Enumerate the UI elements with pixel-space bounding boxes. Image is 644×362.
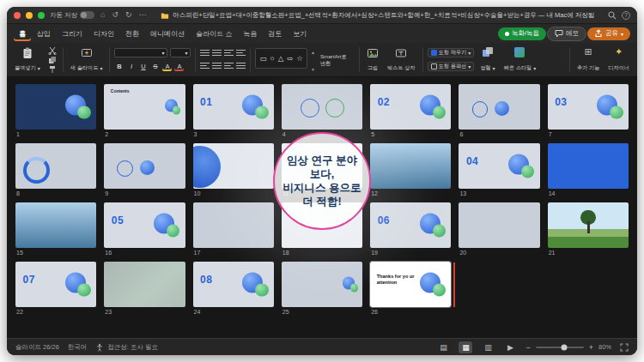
tab-7[interactable]: 녹음 xyxy=(238,26,262,41)
shape-circle-icon[interactable]: ○ xyxy=(270,54,274,63)
zoom-slider[interactable] xyxy=(536,347,584,348)
comments-button[interactable]: 메모 xyxy=(547,27,586,41)
slide-thumbnail[interactable] xyxy=(370,143,451,189)
slide-number: 19 xyxy=(371,250,451,256)
slide-thumbnail[interactable] xyxy=(548,143,629,189)
folder-icon xyxy=(161,11,169,20)
accessibility-icon xyxy=(95,343,104,352)
tab-3[interactable]: 디자인 xyxy=(88,26,119,41)
redo-icon[interactable]: ↻ xyxy=(125,11,133,19)
slide-thumbnail[interactable]: 02 xyxy=(370,84,451,130)
decrease-indent-button[interactable] xyxy=(224,50,234,57)
zoom-out-button[interactable]: − xyxy=(526,343,530,352)
new-slide-button[interactable]: 새 슬라이드▾ xyxy=(68,45,106,74)
slide-thumbnail[interactable] xyxy=(15,84,96,130)
justify-button[interactable] xyxy=(236,63,246,69)
increase-indent-button[interactable] xyxy=(236,50,246,57)
tab-5[interactable]: 애니메이션 xyxy=(145,26,190,41)
slide-thumbnail[interactable] xyxy=(459,84,539,130)
search-icon[interactable] xyxy=(608,11,617,20)
font-size-select[interactable]: ▾ xyxy=(170,48,191,57)
bullet-list-button[interactable] xyxy=(200,50,210,57)
font-name-select[interactable]: ▾ xyxy=(114,48,167,57)
slide-thumbnail[interactable]: 05 xyxy=(104,202,185,248)
quick-styles-button[interactable]: 빠른 스타일▾ xyxy=(501,45,539,74)
slide-thumbnail[interactable] xyxy=(15,143,96,189)
shape-outline-button[interactable]: 도형 윤곽선 ▾ xyxy=(428,62,475,71)
share-button[interactable]: 공유 ▾ xyxy=(587,27,630,40)
more-commands-icon[interactable]: ⋯ xyxy=(138,11,148,19)
smartart-convert-button[interactable]: SmartArt로 변환 xyxy=(319,45,355,74)
slide-thumbnail[interactable] xyxy=(548,202,629,248)
undo-icon[interactable]: ↺ xyxy=(112,11,120,19)
close-window-button[interactable] xyxy=(14,12,21,19)
notes-view-button[interactable]: ▥ xyxy=(481,341,495,353)
tab-0[interactable]: 홈 xyxy=(14,26,31,41)
copy-button[interactable] xyxy=(46,56,58,64)
paste-button[interactable]: 붙여넣기▾ xyxy=(12,45,43,74)
shape-arrow-icon[interactable]: ⇨ xyxy=(287,54,293,63)
gallery-up-icon[interactable]: ▲ xyxy=(311,50,315,55)
callout-line: 임상 연구 분야 xyxy=(287,154,357,167)
language-indicator[interactable]: 한국어 xyxy=(68,343,88,352)
designer-button[interactable]: ✦ 디자이너 xyxy=(605,45,632,74)
tab-8[interactable]: 검토 xyxy=(263,26,287,41)
shape-star-icon[interactable]: ☆ xyxy=(296,54,303,63)
autosave-toggle[interactable] xyxy=(80,11,94,19)
help-icon[interactable]: ? xyxy=(622,11,630,20)
slide-thumbnail[interactable]: 08 xyxy=(193,262,274,307)
bold-button[interactable]: B xyxy=(114,62,124,71)
zoom-slider-knob[interactable] xyxy=(562,344,568,350)
tab-2[interactable]: 그리기 xyxy=(57,26,88,41)
align-left-button[interactable] xyxy=(200,63,210,69)
slide-thumbnail[interactable]: Thanks for yo ur attention xyxy=(370,262,451,307)
addins-button[interactable]: ⊞ 추가 기능 xyxy=(574,45,602,74)
slide-thumbnail[interactable]: 01 xyxy=(193,84,274,130)
slide-thumbnail[interactable]: 04 xyxy=(459,143,539,189)
align-center-button[interactable] xyxy=(212,63,222,69)
shape-triangle-icon[interactable]: △ xyxy=(278,54,284,63)
normal-view-button[interactable]: ▤ xyxy=(436,341,450,353)
picture-button[interactable]: 그림 xyxy=(364,45,381,74)
slide-thumbnail[interactable] xyxy=(459,202,539,248)
italic-button[interactable]: I xyxy=(126,62,136,71)
tab-9[interactable]: 보기 xyxy=(288,26,312,41)
slideshow-button[interactable]: ▶ xyxy=(503,341,517,353)
zoom-in-button[interactable]: + xyxy=(589,343,593,352)
text-box-button[interactable]: 텍스트 상자 xyxy=(385,45,418,74)
slide-thumbnail[interactable] xyxy=(282,84,362,130)
align-right-button[interactable] xyxy=(224,63,234,69)
slide-thumbnail[interactable] xyxy=(193,143,274,189)
shape-rectangle-icon[interactable]: ▭ xyxy=(259,54,266,63)
underline-button[interactable]: U xyxy=(138,62,148,71)
slide-thumbnail[interactable]: Contents xyxy=(104,84,185,130)
tab-4[interactable]: 전환 xyxy=(120,26,144,41)
slide-thumbnail[interactable] xyxy=(104,143,185,189)
strikethrough-button[interactable]: S xyxy=(150,62,160,71)
slide-art xyxy=(459,84,539,130)
shape-fill-button[interactable]: 도형 채우기 ▾ xyxy=(428,48,475,57)
tab-6[interactable]: 슬라이드 쇼 xyxy=(191,26,237,41)
tab-1[interactable]: 삽입 xyxy=(32,26,56,41)
slide-thumbnail[interactable]: 07 xyxy=(15,262,96,307)
slide-thumbnail[interactable] xyxy=(15,202,96,248)
fullscreen-icon[interactable] xyxy=(620,343,629,352)
arrange-button[interactable]: 정렬▾ xyxy=(477,45,497,74)
slide-sorter-view-button[interactable]: ▦ xyxy=(459,341,472,353)
record-button[interactable]: 녹화/녹음 xyxy=(498,27,546,40)
slide-thumbnail[interactable] xyxy=(282,262,362,307)
font-color-button[interactable]: A xyxy=(174,62,184,71)
slide-thumbnail[interactable] xyxy=(193,202,274,248)
zoom-window-button[interactable] xyxy=(38,12,45,19)
format-painter-button[interactable] xyxy=(46,65,58,74)
gallery-down-icon[interactable]: ▼ xyxy=(311,67,315,72)
minimize-window-button[interactable] xyxy=(26,12,33,19)
slide-thumbnail[interactable] xyxy=(104,262,185,307)
home-icon[interactable]: ⌂ xyxy=(100,11,106,19)
highlight-color-button[interactable]: A xyxy=(162,62,172,71)
accessibility-status[interactable]: 접근성: 조사 필요 xyxy=(95,343,158,352)
slide-thumbnail[interactable]: 06 xyxy=(370,202,451,248)
slide-thumbnail[interactable]: 03 xyxy=(548,84,629,130)
numbered-list-button[interactable] xyxy=(212,50,222,57)
cut-button[interactable] xyxy=(46,46,58,55)
